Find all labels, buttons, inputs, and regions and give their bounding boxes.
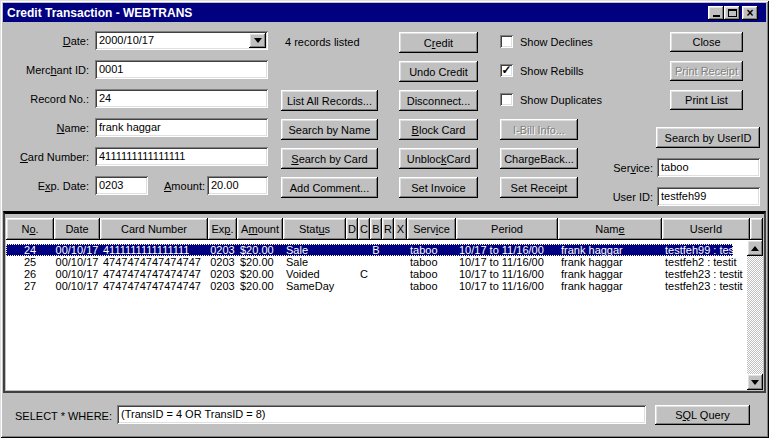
- scroll-up-button[interactable]: [747, 240, 763, 256]
- search-by-userid-button[interactable]: Search by UserID: [656, 127, 760, 148]
- service-field[interactable]: taboo: [657, 158, 760, 177]
- name-field[interactable]: frank haggar: [95, 118, 268, 137]
- list-all-records-button[interactable]: List All Records...: [281, 90, 378, 111]
- close-window-button[interactable]: ×: [742, 6, 758, 20]
- table-cell: C: [358, 268, 370, 280]
- column-header[interactable]: Period: [456, 218, 558, 240]
- record-no-field[interactable]: 24: [95, 89, 268, 108]
- column-header[interactable]: Amount: [237, 218, 283, 240]
- table-cell: [394, 280, 407, 292]
- table-cell: 0203: [208, 244, 237, 256]
- table-cell: testfeh23 : testit: [662, 268, 750, 280]
- merchant-id-field[interactable]: 0001: [95, 60, 268, 79]
- search-by-name-button[interactable]: Search by Name: [281, 119, 378, 140]
- show-declines-checkbox[interactable]: [500, 35, 513, 48]
- table-cell: B: [370, 244, 382, 256]
- table-cell: [358, 280, 370, 292]
- table-cell: 27: [6, 280, 54, 292]
- column-header[interactable]: Status: [283, 218, 346, 240]
- column-header[interactable]: UserId: [662, 218, 750, 240]
- column-header[interactable]: R: [382, 218, 394, 240]
- column-header[interactable]: Date: [54, 218, 100, 240]
- card-number-field[interactable]: 4111111111111111: [95, 147, 268, 166]
- sql-where-label: SELECT * WHERE:: [15, 410, 115, 423]
- card-number-label: Card Number:: [0, 151, 89, 164]
- exp-date-field[interactable]: 0203: [95, 176, 148, 195]
- table-row[interactable]: 2500/10/1747474747474747470203$20.00Sale…: [6, 256, 733, 268]
- show-duplicates-label: Show Duplicates: [520, 94, 630, 107]
- table-cell: frank haggar: [558, 268, 662, 280]
- table-row[interactable]: 2700/10/1747474747474747470203$20.00Same…: [6, 280, 733, 292]
- sql-query-button[interactable]: SQL Query: [655, 405, 750, 425]
- column-header[interactable]: Exp.: [208, 218, 237, 240]
- table-cell: taboo: [407, 256, 456, 268]
- undo-credit-button[interactable]: Undo Credit: [399, 61, 478, 82]
- user-id-field[interactable]: testfeh99: [657, 187, 760, 206]
- table-cell: 26: [6, 268, 54, 280]
- minimize-button[interactable]: [708, 6, 724, 20]
- column-header[interactable]: Name: [558, 218, 662, 240]
- table-cell: [370, 268, 382, 280]
- set-invoice-button[interactable]: Set Invoice: [399, 177, 478, 198]
- table-cell: [382, 280, 394, 292]
- set-receipt-button[interactable]: Set Receipt: [500, 177, 578, 198]
- column-header[interactable]: C: [358, 218, 370, 240]
- scroll-down-button[interactable]: [747, 374, 763, 390]
- show-rebills-checkbox[interactable]: ✓: [500, 64, 513, 77]
- column-header[interactable]: Card Number: [100, 218, 208, 240]
- checkmark-icon: ✓: [501, 65, 511, 75]
- column-header[interactable]: Service: [407, 218, 456, 240]
- unblock-card-button[interactable]: Unblock Card: [399, 148, 478, 169]
- table-cell: [382, 244, 394, 256]
- table-cell: SameDay: [283, 280, 346, 292]
- table-cell: [346, 268, 358, 280]
- table-cell: [358, 256, 370, 268]
- table-cell: [394, 268, 407, 280]
- window-title: Credit Transaction - WEBTRANS: [3, 6, 192, 20]
- table-row[interactable]: 2400/10/1741111111111111110203$20.00Sale…: [6, 244, 733, 256]
- table-cell: [370, 280, 382, 292]
- print-list-button[interactable]: Print List: [670, 90, 743, 110]
- table-header: No.DateCard NumberExp.AmountStatusDCBRXS…: [6, 218, 763, 240]
- table-cell: 10/17 to 11/16/00: [456, 268, 558, 280]
- records-listed-text: 4 records listed: [285, 36, 395, 49]
- record-no-label: Record No.:: [0, 93, 89, 106]
- column-header[interactable]: X: [394, 218, 407, 240]
- table-cell: [346, 256, 358, 268]
- date-combobox[interactable]: 2000/10/17: [95, 31, 268, 50]
- table-cell: 0203: [208, 268, 237, 280]
- table-cell: [358, 244, 370, 256]
- table-cell: 00/10/17: [54, 244, 100, 256]
- sql-where-input[interactable]: (TransID = 4 OR TransID = 8): [117, 405, 646, 424]
- column-header[interactable]: No.: [6, 218, 54, 240]
- amount-field[interactable]: 20.00: [207, 176, 268, 195]
- minimize-icon: [713, 15, 720, 17]
- column-header-filler: [750, 218, 763, 240]
- table-cell: 4747474747474747: [100, 256, 208, 268]
- scroll-down-icon: [751, 380, 759, 389]
- search-by-card-button[interactable]: Search by Card: [281, 148, 378, 169]
- records-list: No.DateCard NumberExp.AmountStatusDCBRXS…: [3, 211, 766, 393]
- column-header[interactable]: B: [370, 218, 382, 240]
- table-row[interactable]: 2600/10/1747474747474747470203$20.00Void…: [6, 268, 733, 280]
- chargeback-button[interactable]: ChargeBack...: [500, 148, 578, 169]
- maximize-button[interactable]: [724, 6, 740, 20]
- user-id-label: User ID:: [580, 191, 653, 204]
- credit-button[interactable]: Credit: [399, 32, 478, 53]
- date-dropdown-button[interactable]: [249, 33, 266, 48]
- close-button[interactable]: Close: [670, 32, 743, 52]
- date-label: Date:: [0, 35, 89, 48]
- service-label: Service:: [580, 162, 653, 175]
- table-cell: $20.00: [237, 268, 283, 280]
- show-duplicates-checkbox[interactable]: [500, 93, 513, 106]
- amount-label: Amount:: [148, 180, 205, 193]
- table-cell: 4111111111111111: [100, 244, 208, 256]
- vertical-scrollbar[interactable]: [747, 240, 763, 390]
- table-cell: Sale: [283, 244, 346, 256]
- chevron-down-icon: [254, 38, 262, 47]
- column-header[interactable]: D: [346, 218, 358, 240]
- disconnect-button[interactable]: Disconnect...: [399, 90, 478, 111]
- table-cell: [346, 280, 358, 292]
- block-card-button[interactable]: Block Card: [399, 119, 478, 140]
- add-comment-button[interactable]: Add Comment...: [281, 177, 378, 198]
